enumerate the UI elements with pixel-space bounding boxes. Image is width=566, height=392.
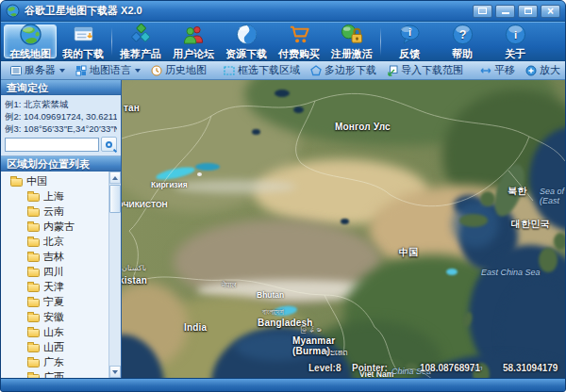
tree-item-root[interactable]: 中国 bbox=[1, 173, 121, 188]
sidebar: 查询定位 例1: 北京紫禁城 例2: 104.09691724, 30.6211… bbox=[1, 80, 122, 378]
folder-icon bbox=[27, 208, 40, 217]
my-downloads-button[interactable]: 我的下载 bbox=[57, 23, 109, 60]
online-map-globe-button[interactable]: 在线地图 bbox=[4, 24, 57, 58]
window-title: 谷歌卫星地图下载器 X2.0 bbox=[25, 4, 142, 18]
app-logo-icon bbox=[6, 4, 20, 18]
folder-icon bbox=[27, 314, 40, 322]
tree-item-label: 云南 bbox=[43, 204, 64, 219]
tree-item-label: 吉林 bbox=[43, 250, 64, 264]
title-bar: 谷歌卫星地图下载器 X2.0 × bbox=[1, 1, 565, 22]
my-downloads-icon bbox=[72, 23, 95, 46]
toolbar-button-label: 付费购买 bbox=[278, 47, 320, 61]
minimize-icon bbox=[502, 12, 509, 14]
purchase-cart-button[interactable]: 付费购买 bbox=[273, 23, 325, 60]
register-activate-button[interactable]: 注册激活 bbox=[325, 23, 378, 60]
sub-toolbar-label: 历史地图 bbox=[165, 63, 207, 77]
feedback-bubble-icon: i bbox=[398, 23, 422, 46]
tree-item[interactable]: 山西 bbox=[1, 339, 121, 354]
search-button[interactable] bbox=[101, 137, 117, 152]
tree-item[interactable]: 广东 bbox=[1, 354, 121, 369]
tree-item-label: 宁夏 bbox=[43, 295, 64, 309]
feedback-bubble-button[interactable]: i反馈 bbox=[383, 23, 436, 60]
toolbar-button-label: 反馈 bbox=[399, 47, 420, 61]
sub-toolbar-label: 服务器 bbox=[25, 63, 56, 77]
maximize-button[interactable] bbox=[518, 5, 538, 18]
search-example-1: 例1: 北京紫禁城 bbox=[5, 98, 117, 110]
tree-item-label: 山东 bbox=[43, 325, 64, 339]
folder-icon bbox=[27, 299, 40, 307]
resource-download-button[interactable]: 资源下载 bbox=[220, 23, 273, 60]
scrollbar-thumb[interactable] bbox=[109, 185, 121, 213]
scroll-up-icon bbox=[112, 176, 118, 180]
tree-item-label: 内蒙古 bbox=[43, 220, 75, 234]
location-search-input[interactable] bbox=[5, 138, 99, 152]
map-language-grid-button[interactable]: 地图语言 bbox=[71, 62, 145, 78]
tree-item-label: 安徽 bbox=[43, 310, 64, 324]
about-button[interactable]: i关于 bbox=[489, 23, 541, 60]
folder-icon bbox=[27, 238, 40, 247]
tree-item[interactable]: 北京 bbox=[1, 234, 121, 249]
sub-toolbar: 服务器地图语言历史地图框选下载区域多边形下载导入下载范围平移放大缩小全视图» bbox=[1, 61, 565, 80]
maximize-icon bbox=[524, 8, 532, 14]
skin-icon bbox=[478, 8, 487, 14]
history-clock-button[interactable]: 历史地图 bbox=[146, 62, 211, 78]
satellite-map[interactable]: танМонгол УлсКиргизияТОЧИКИСТОН中国북한Sea o… bbox=[122, 80, 565, 378]
status-bar bbox=[1, 378, 565, 391]
recommended-products-button[interactable]: 推荐产品 bbox=[114, 23, 167, 60]
history-clock-icon bbox=[151, 65, 162, 76]
scroll-down-button[interactable] bbox=[109, 366, 121, 378]
tree-item[interactable]: 安徽 bbox=[1, 309, 121, 324]
tree-item[interactable]: 上海 bbox=[1, 188, 121, 204]
region-tree: 中国上海云南内蒙古北京吉林四川天津宁夏安徽山东山西广东广西 bbox=[1, 172, 121, 378]
tree-item[interactable]: 广西 bbox=[1, 369, 121, 378]
country-borders-overlay bbox=[122, 80, 565, 378]
sub-toolbar-label: 多边形下载 bbox=[325, 63, 376, 77]
map-language-grid-icon bbox=[75, 65, 87, 76]
folder-icon bbox=[27, 269, 40, 277]
tree-scrollbar[interactable] bbox=[108, 172, 121, 378]
toolbar-separator bbox=[380, 27, 381, 56]
import-range-button[interactable]: 导入下载范围 bbox=[382, 62, 468, 78]
minimize-button[interactable] bbox=[495, 5, 515, 18]
zoom-in-icon bbox=[525, 65, 537, 76]
sub-toolbar-label: 地图语言 bbox=[90, 63, 131, 77]
polygon-download-button[interactable]: 多边形下载 bbox=[306, 62, 381, 78]
toolbar-button-label: 资源下载 bbox=[225, 47, 267, 61]
tree-item-label: 四川 bbox=[43, 265, 64, 279]
folder-icon bbox=[27, 253, 40, 262]
sub-toolbar-label: 平移 bbox=[494, 63, 515, 77]
folder-icon bbox=[27, 344, 40, 352]
sub-toolbar-label: 放大 bbox=[540, 63, 560, 77]
skin-button[interactable] bbox=[473, 5, 492, 18]
search-example-3: 例3: 108°56′33″E,34°20′33″N bbox=[5, 122, 117, 135]
search-icon bbox=[106, 141, 112, 148]
server-list-button[interactable]: 服务器 bbox=[6, 62, 70, 78]
box-select-button[interactable]: 框选下载区域 bbox=[219, 62, 305, 78]
folder-icon bbox=[27, 359, 40, 368]
tree-item[interactable]: 天津 bbox=[1, 279, 121, 294]
dropdown-arrow-icon bbox=[59, 69, 65, 73]
content-area: 查询定位 例1: 北京紫禁城 例2: 104.09691724, 30.6211… bbox=[1, 80, 565, 378]
about-icon: i bbox=[504, 23, 527, 46]
sub-toolbar-label: 框选下载区域 bbox=[238, 63, 300, 77]
app-window: 谷歌卫星地图下载器 X2.0 × 在线地图我的下载推荐产品用户论坛资源下载付费购… bbox=[0, 0, 566, 392]
tree-item[interactable]: 云南 bbox=[1, 204, 121, 219]
tree-item[interactable]: 四川 bbox=[1, 264, 121, 279]
import-range-icon bbox=[387, 65, 398, 76]
toolbar-button-label: 用户论坛 bbox=[173, 47, 214, 61]
tree-item-label: 山西 bbox=[43, 340, 64, 354]
close-button[interactable]: × bbox=[541, 5, 560, 18]
tree-item[interactable]: 山东 bbox=[1, 324, 121, 339]
svg-text:?: ? bbox=[458, 28, 466, 41]
toolbar-separator bbox=[111, 27, 112, 56]
tree-item[interactable]: 内蒙古 bbox=[1, 219, 121, 234]
zoom-in-button[interactable]: 放大 bbox=[521, 62, 565, 78]
help-button[interactable]: ?帮助 bbox=[436, 23, 489, 60]
pan-button[interactable]: 平移 bbox=[475, 62, 520, 78]
tree-item[interactable]: 吉林 bbox=[1, 249, 121, 264]
tree-item[interactable]: 宁夏 bbox=[1, 294, 121, 309]
user-forum-button[interactable]: 用户论坛 bbox=[167, 23, 220, 60]
window-controls: × bbox=[473, 5, 560, 18]
help-icon: ? bbox=[451, 23, 474, 46]
scroll-up-button[interactable] bbox=[109, 172, 121, 184]
